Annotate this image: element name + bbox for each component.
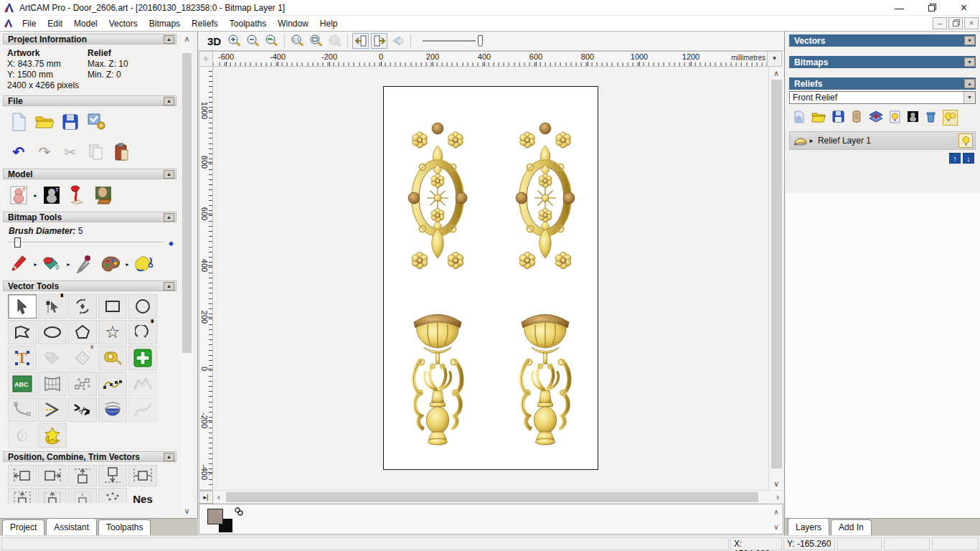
- lighting-icon[interactable]: [66, 184, 89, 206]
- menu-bitmaps[interactable]: Bitmaps: [143, 17, 186, 30]
- brush-diameter-slider[interactable]: ◆: [9, 237, 164, 248]
- palette-icon[interactable]: [99, 253, 122, 275]
- menu-model[interactable]: Model: [68, 17, 103, 30]
- align-left-tool[interactable]: [8, 465, 37, 486]
- open-model-icon[interactable]: [33, 111, 56, 133]
- zoom-1to1-button[interactable]: 1:1: [289, 33, 306, 49]
- assistant-scrollbar[interactable]: ∧ ∨: [181, 33, 193, 517]
- expand-button[interactable]: ▼: [964, 36, 975, 45]
- section-project-information[interactable]: Project Information ▲: [3, 34, 176, 44]
- create-arc-tool[interactable]: ▘: [128, 320, 157, 344]
- rollup-button[interactable]: ▲: [164, 35, 174, 44]
- scroll-down-icon[interactable]: ∨: [181, 505, 193, 517]
- redo-icon[interactable]: ↷: [33, 141, 56, 163]
- bitmaps-section-header[interactable]: Bitmaps ▼: [789, 56, 976, 68]
- zoom-previous-button[interactable]: [263, 33, 280, 49]
- offset-vectors-tool[interactable]: ▘: [68, 346, 97, 370]
- mdi-restore-button[interactable]: [948, 17, 963, 29]
- view-3d-button[interactable]: 3D: [204, 35, 224, 47]
- section-position-combine-trim[interactable]: Position, Combine, Trim Vectors ▲: [3, 451, 176, 462]
- scrollbar-thumb[interactable]: [182, 53, 192, 353]
- scroll-left-icon[interactable]: ‹: [213, 492, 225, 502]
- text-block-tool[interactable]: ABC: [8, 372, 37, 396]
- smooth-curve-tool[interactable]: [128, 397, 157, 422]
- select-vectors-tool[interactable]: [8, 294, 37, 319]
- relief-select-combo[interactable]: Front Relief ▼: [789, 91, 976, 104]
- simplify-vectors-tool[interactable]: [128, 372, 157, 396]
- relief-thumbnail-icon[interactable]: [907, 110, 919, 125]
- pick-colour-icon[interactable]: [73, 253, 96, 275]
- reliefs-section-header[interactable]: Reliefs ▲: [789, 77, 976, 90]
- zoom-out-button[interactable]: [245, 33, 261, 49]
- expand-button[interactable]: ▼: [964, 57, 975, 67]
- tab-assistant[interactable]: Assistant: [46, 518, 97, 535]
- create-circle-tool[interactable]: [128, 294, 157, 319]
- vectors-section-header[interactable]: Vectors ▼: [789, 34, 976, 47]
- inverted-model-icon[interactable]: T: [40, 184, 63, 206]
- menu-toolpaths[interactable]: Toolpaths: [224, 17, 272, 30]
- menu-edit[interactable]: Edit: [42, 17, 68, 30]
- menu-help[interactable]: Help: [314, 17, 344, 30]
- section-file[interactable]: File ▲: [3, 95, 176, 106]
- h-scroll-track[interactable]: [225, 491, 772, 504]
- save-model-icon[interactable]: [59, 111, 82, 133]
- minimize-button[interactable]: —: [883, 0, 915, 16]
- create-text-tool[interactable]: T: [8, 346, 37, 370]
- transform-vectors-tool[interactable]: [68, 294, 97, 319]
- show-all-layers-icon[interactable]: [943, 110, 958, 126]
- palette-scroll-down-icon[interactable]: ∨: [771, 523, 781, 531]
- wrap-vectors-tool[interactable]: [38, 423, 67, 448]
- scroll-down-icon[interactable]: ∨: [769, 477, 783, 490]
- menu-vectors[interactable]: Vectors: [103, 17, 143, 30]
- tab-add-in[interactable]: Add In: [831, 519, 872, 535]
- relief-layer-row[interactable]: + ► Relief Layer 1: [789, 131, 976, 150]
- vector-doctor-tool[interactable]: [128, 346, 157, 370]
- rollup-button[interactable]: ▲: [164, 213, 174, 222]
- slider-knob[interactable]: [14, 237, 21, 248]
- previous-view-button[interactable]: [352, 33, 369, 49]
- relief-layer-name[interactable]: Relief Layer 1: [818, 136, 958, 146]
- vase-left[interactable]: [410, 308, 466, 448]
- fit-curve-to-points-tool[interactable]: [98, 372, 127, 396]
- envelope-distort-tool[interactable]: [38, 372, 67, 396]
- ruler-origin-button[interactable]: [199, 51, 213, 67]
- rollup-button[interactable]: ▲: [164, 453, 174, 461]
- greyscale-model-icon[interactable]: T: [7, 184, 30, 206]
- menu-reliefs[interactable]: Reliefs: [186, 17, 224, 30]
- medallion-right[interactable]: [509, 120, 581, 278]
- duplicate-relief-layer-icon[interactable]: [851, 110, 862, 126]
- section-vector-tools[interactable]: Vector Tools ▲: [3, 281, 176, 291]
- nest-vectors-tool[interactable]: Nes: [128, 488, 157, 503]
- node-editing-tool[interactable]: ▘: [38, 294, 67, 319]
- scrollbar-thumb[interactable]: [226, 492, 758, 502]
- zoom-to-box-button[interactable]: [308, 33, 324, 49]
- new-relief-layer-icon[interactable]: [793, 110, 805, 126]
- move-layer-down-button[interactable]: ↓: [963, 153, 974, 164]
- rollup-button[interactable]: ▲: [164, 170, 174, 179]
- trim-vectors-tool[interactable]: ✂: [68, 397, 97, 422]
- model-page[interactable]: [383, 86, 598, 470]
- measure-tool[interactable]: [98, 346, 127, 370]
- layer-expander-icon[interactable]: ►: [809, 138, 814, 144]
- primary-colour-swatch[interactable]: [207, 509, 223, 524]
- zoom-in-button[interactable]: [226, 33, 242, 49]
- section-model[interactable]: Model ▲: [3, 169, 176, 179]
- rollup-button[interactable]: ▲: [164, 282, 174, 291]
- scroll-up-icon[interactable]: ∧: [181, 33, 193, 44]
- undo-icon[interactable]: ↶: [7, 141, 30, 163]
- centre-in-page-tool[interactable]: [68, 488, 97, 503]
- new-model-icon[interactable]: [7, 111, 30, 133]
- mirror-merge-tool[interactable]: [8, 423, 37, 448]
- paste-icon[interactable]: [110, 141, 133, 163]
- move-layer-up-button[interactable]: ↑: [949, 153, 961, 164]
- combo-dropdown-icon[interactable]: ▼: [963, 92, 975, 103]
- zoom-slider[interactable]: [423, 34, 483, 47]
- bitmap-to-vector-tool[interactable]: [38, 346, 67, 370]
- next-view-button[interactable]: [371, 33, 387, 49]
- paint-brush-icon[interactable]: [7, 253, 30, 275]
- link-colours-icon[interactable]: [234, 507, 244, 516]
- flyout-arrow-icon[interactable]: ►: [66, 262, 70, 267]
- align-centre-tool[interactable]: [128, 465, 157, 486]
- menu-file[interactable]: File: [17, 17, 42, 30]
- flyout-arrow-icon[interactable]: ►: [33, 193, 37, 198]
